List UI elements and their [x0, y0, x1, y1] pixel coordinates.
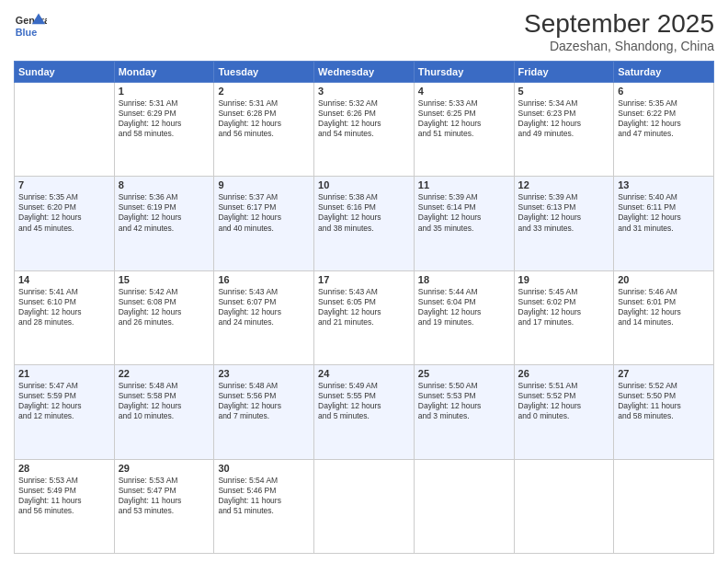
- cell-text: Sunrise: 5:43 AM: [318, 287, 410, 297]
- cell-text: Sunrise: 5:35 AM: [18, 192, 110, 202]
- cell-text: Daylight: 12 hours: [318, 307, 410, 317]
- cell-text: Sunrise: 5:54 AM: [218, 476, 310, 486]
- header: General Blue September 2025 Dazeshan, Sh…: [14, 9, 714, 53]
- cell-text: and 35 minutes.: [418, 224, 510, 234]
- cell-text: Sunrise: 5:47 AM: [18, 381, 110, 391]
- day-number: 29: [119, 463, 210, 474]
- day-number: 15: [119, 274, 210, 285]
- cell-text: Sunset: 6:05 PM: [318, 297, 410, 307]
- cell-text: Daylight: 12 hours: [518, 213, 610, 223]
- table-cell: [314, 459, 415, 553]
- cell-text: Sunset: 5:53 PM: [418, 391, 510, 401]
- cell-text: Sunset: 6:02 PM: [518, 297, 610, 307]
- cell-text: Daylight: 12 hours: [218, 307, 310, 317]
- day-number: 9: [218, 179, 310, 190]
- logo: General Blue: [14, 9, 47, 42]
- cell-text: Sunset: 6:11 PM: [618, 202, 710, 213]
- table-cell: 16Sunrise: 5:43 AMSunset: 6:07 PMDayligh…: [214, 270, 314, 364]
- table-cell: 23Sunrise: 5:48 AMSunset: 5:56 PMDayligh…: [214, 365, 314, 459]
- table-cell: 30Sunrise: 5:54 AMSunset: 5:46 PMDayligh…: [214, 459, 314, 553]
- cell-text: Daylight: 12 hours: [119, 401, 210, 411]
- cell-text: Daylight: 12 hours: [18, 307, 110, 317]
- cell-text: and 24 minutes.: [218, 317, 310, 327]
- week-row-3: 14Sunrise: 5:41 AMSunset: 6:10 PMDayligh…: [15, 270, 714, 364]
- cell-text: Sunset: 6:25 PM: [418, 109, 510, 119]
- cell-text: Sunset: 5:50 PM: [618, 391, 710, 401]
- cell-text: Sunrise: 5:53 AM: [18, 476, 110, 486]
- day-number: 1: [119, 86, 210, 97]
- cell-text: and 28 minutes.: [18, 317, 110, 327]
- table-cell: 7Sunrise: 5:35 AMSunset: 6:20 PMDaylight…: [15, 177, 115, 270]
- cell-text: Sunset: 5:46 PM: [218, 486, 310, 496]
- cell-text: and 51 minutes.: [418, 129, 510, 139]
- table-cell: 10Sunrise: 5:38 AMSunset: 6:16 PMDayligh…: [314, 177, 415, 270]
- cell-text: Daylight: 12 hours: [418, 307, 510, 317]
- table-cell: 15Sunrise: 5:42 AMSunset: 6:08 PMDayligh…: [114, 270, 214, 364]
- cell-text: and 47 minutes.: [618, 129, 710, 139]
- header-wednesday: Wednesday: [314, 62, 415, 83]
- table-cell: 21Sunrise: 5:47 AMSunset: 5:59 PMDayligh…: [15, 365, 115, 459]
- cell-text: Sunrise: 5:39 AM: [518, 192, 610, 202]
- table-cell: 19Sunrise: 5:45 AMSunset: 6:02 PMDayligh…: [514, 270, 614, 364]
- cell-text: Daylight: 12 hours: [618, 119, 710, 129]
- table-cell: 28Sunrise: 5:53 AMSunset: 5:49 PMDayligh…: [15, 459, 115, 553]
- month-title: September 2025: [524, 9, 714, 39]
- cell-text: and 54 minutes.: [318, 129, 410, 139]
- day-number: 2: [218, 86, 310, 97]
- cell-text: Sunrise: 5:43 AM: [218, 287, 310, 297]
- cell-text: Sunset: 6:04 PM: [418, 297, 510, 307]
- day-number: 18: [418, 274, 510, 285]
- cell-text: Sunrise: 5:49 AM: [318, 381, 410, 391]
- table-cell: 14Sunrise: 5:41 AMSunset: 6:10 PMDayligh…: [15, 270, 115, 364]
- svg-text:Blue: Blue: [16, 27, 37, 38]
- cell-text: Daylight: 12 hours: [518, 401, 610, 411]
- table-cell: [514, 459, 614, 553]
- cell-text: Sunrise: 5:34 AM: [518, 98, 610, 109]
- cell-text: Sunrise: 5:32 AM: [318, 98, 410, 109]
- cell-text: Sunrise: 5:42 AM: [119, 287, 210, 297]
- cell-text: Daylight: 12 hours: [318, 401, 410, 411]
- day-number: 4: [418, 86, 510, 97]
- cell-text: and 56 minutes.: [18, 506, 110, 516]
- day-number: 30: [218, 463, 310, 474]
- cell-text: Sunset: 5:56 PM: [218, 391, 310, 401]
- table-cell: [414, 459, 514, 553]
- cell-text: Daylight: 11 hours: [618, 401, 710, 411]
- cell-text: Sunset: 6:28 PM: [218, 109, 310, 119]
- cell-text: Daylight: 12 hours: [218, 213, 310, 223]
- location: Dazeshan, Shandong, China: [524, 39, 714, 53]
- cell-text: and 17 minutes.: [518, 317, 610, 327]
- cell-text: Sunset: 6:23 PM: [518, 109, 610, 119]
- cell-text: Sunset: 5:47 PM: [119, 486, 210, 496]
- cell-text: and 26 minutes.: [119, 317, 210, 327]
- cell-text: and 10 minutes.: [119, 411, 210, 421]
- cell-text: and 3 minutes.: [418, 411, 510, 421]
- day-number: 20: [618, 274, 710, 285]
- cell-text: Daylight: 12 hours: [119, 213, 210, 223]
- day-number: 10: [318, 179, 410, 190]
- cell-text: Daylight: 11 hours: [18, 496, 110, 506]
- cell-text: and 49 minutes.: [518, 129, 610, 139]
- cell-text: Daylight: 12 hours: [518, 307, 610, 317]
- cell-text: Sunset: 6:26 PM: [318, 109, 410, 119]
- table-cell: 27Sunrise: 5:52 AMSunset: 5:50 PMDayligh…: [614, 365, 714, 459]
- week-row-5: 28Sunrise: 5:53 AMSunset: 5:49 PMDayligh…: [15, 459, 714, 553]
- cell-text: Sunset: 6:08 PM: [119, 297, 210, 307]
- cell-text: Sunrise: 5:31 AM: [218, 98, 310, 109]
- day-number: 6: [618, 86, 710, 97]
- day-number: 3: [318, 86, 410, 97]
- cell-text: Sunrise: 5:33 AM: [418, 98, 510, 109]
- table-cell: 4Sunrise: 5:33 AMSunset: 6:25 PMDaylight…: [414, 83, 514, 177]
- cell-text: and 58 minutes.: [618, 411, 710, 421]
- table-cell: 22Sunrise: 5:48 AMSunset: 5:58 PMDayligh…: [114, 365, 214, 459]
- cell-text: Sunset: 6:07 PM: [218, 297, 310, 307]
- day-number: 26: [518, 368, 610, 379]
- cell-text: Daylight: 12 hours: [618, 213, 710, 223]
- cell-text: Daylight: 11 hours: [218, 496, 310, 506]
- week-row-4: 21Sunrise: 5:47 AMSunset: 5:59 PMDayligh…: [15, 365, 714, 459]
- day-number: 8: [119, 179, 210, 190]
- table-cell: 25Sunrise: 5:50 AMSunset: 5:53 PMDayligh…: [414, 365, 514, 459]
- cell-text: Sunset: 6:13 PM: [518, 202, 610, 213]
- cell-text: Sunrise: 5:39 AM: [418, 192, 510, 202]
- cell-text: and 53 minutes.: [119, 506, 210, 516]
